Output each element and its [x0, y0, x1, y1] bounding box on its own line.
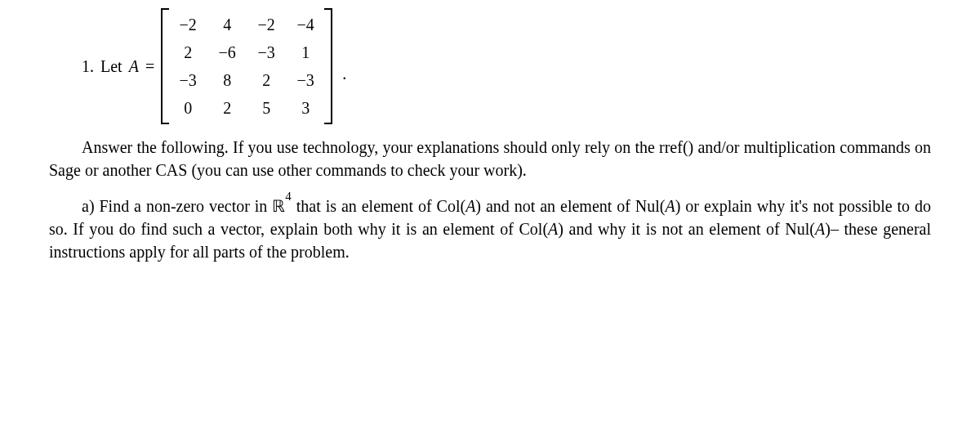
part-a-text5: ) and why it is not an element of Nul( — [558, 220, 815, 238]
matrix-var-a2: A — [666, 197, 675, 215]
real-symbol: ℝ — [272, 197, 285, 215]
matrix-cell: −6 — [216, 41, 238, 64]
bracket-right — [324, 8, 332, 124]
matrix-display: −2 4 −2 −4 2 −6 −3 1 −3 8 2 −3 0 2 5 3 — [161, 8, 332, 124]
matrix-var-a1: A — [466, 197, 475, 215]
matrix-cell: −3 — [256, 41, 277, 64]
matrix-cell: −3 — [295, 69, 316, 92]
matrix-cell: −3 — [177, 69, 198, 92]
matrix-cell: 1 — [295, 41, 316, 64]
real-exponent: 4 — [285, 190, 292, 203]
part-a-text2: that is an element of Col( — [292, 197, 466, 215]
matrix-cell: −2 — [177, 13, 198, 36]
problem-number: 1. — [82, 55, 94, 78]
matrix-cell: 3 — [295, 96, 316, 119]
let-word: Let — [100, 55, 122, 78]
part-a-text1: Find a non-zero vector in — [99, 197, 272, 215]
bracket-left — [161, 8, 169, 124]
instructions-text: Answer the following. If you use technol… — [49, 138, 931, 179]
equals-sign: = — [145, 55, 154, 78]
matrix-cell: 5 — [256, 96, 277, 119]
matrix-cell: −2 — [256, 13, 277, 36]
matrix-var: A — [129, 55, 139, 78]
matrix-var-a3: A — [548, 220, 558, 238]
matrix-grid: −2 4 −2 −4 2 −6 −3 1 −3 8 2 −3 0 2 5 3 — [169, 8, 324, 124]
matrix-cell: −4 — [295, 13, 316, 36]
problem-header: 1. Let A = −2 4 −2 −4 2 −6 −3 1 −3 8 2 −… — [82, 8, 931, 124]
matrix-cell: 2 — [216, 96, 238, 119]
matrix-cell: 2 — [177, 41, 198, 64]
matrix-cell: 0 — [177, 96, 198, 119]
trailing-period: . — [342, 62, 346, 85]
matrix-cell: 4 — [216, 13, 238, 36]
matrix-cell: 2 — [256, 69, 277, 92]
part-a-text3: ) and not an element of Nul( — [475, 197, 665, 215]
matrix-cell: 8 — [216, 69, 238, 92]
part-a-label: a) — [82, 197, 95, 215]
instructions-paragraph: Answer the following. If you use technol… — [49, 136, 931, 181]
matrix-var-a4: A — [815, 220, 825, 238]
part-a-paragraph: a) Find a non-zero vector in ℝ4 that is … — [49, 193, 931, 263]
